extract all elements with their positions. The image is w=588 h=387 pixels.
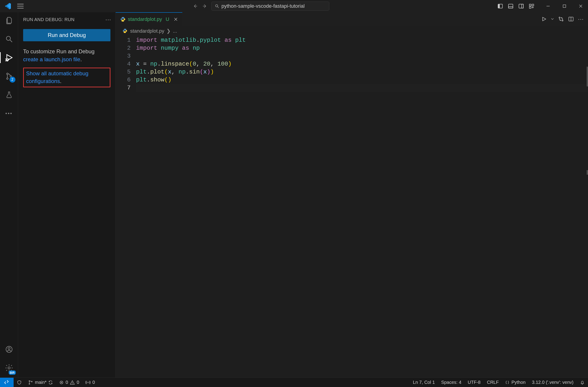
- split-horizontal-icon: [568, 16, 574, 22]
- layout-bottom-button[interactable]: [506, 1, 515, 11]
- title-bar: python-sample-vscode-fastapi-tutorial: [0, 0, 588, 12]
- ellipsis-icon: •••: [5, 110, 12, 116]
- svg-point-34: [559, 17, 560, 18]
- window-minimize-button[interactable]: [543, 1, 553, 11]
- status-encoding[interactable]: UTF-8: [465, 378, 484, 387]
- error-icon: [59, 380, 64, 385]
- status-notifications[interactable]: [577, 378, 588, 387]
- editor-scrollbar[interactable]: [584, 36, 588, 377]
- svg-rect-3: [498, 4, 500, 8]
- status-interpreter[interactable]: 3.12.0 ('.venv': venv): [529, 378, 577, 387]
- compare-changes-button[interactable]: [558, 16, 564, 22]
- breadcrumb-bar[interactable]: standardplot.py ❯ ...: [116, 26, 588, 36]
- window-close-button[interactable]: [575, 1, 586, 11]
- svg-point-45: [72, 383, 73, 384]
- svg-point-31: [124, 21, 124, 21]
- tab-close-button[interactable]: [174, 17, 178, 21]
- python-file-icon: [123, 28, 128, 34]
- svg-rect-6: [519, 4, 523, 8]
- activity-accounts[interactable]: [4, 344, 15, 355]
- minimize-icon: [546, 4, 550, 8]
- run-dropdown-button[interactable]: [551, 18, 554, 21]
- line-number-gutter: 1234567: [116, 36, 136, 377]
- chevron-down-icon: [551, 18, 554, 21]
- app-menu-button[interactable]: [16, 2, 25, 10]
- activity-source-control[interactable]: 2: [4, 71, 15, 82]
- shield-icon: [17, 380, 22, 385]
- run-file-button[interactable]: [541, 16, 547, 22]
- command-center-text: python-sample-vscode-fastapi-tutorial: [222, 3, 305, 9]
- customize-suffix: .: [80, 56, 82, 62]
- highlight-annotation: Show all automatic debug configurations.: [23, 68, 110, 87]
- layout-left-button[interactable]: [496, 1, 505, 11]
- svg-line-19: [10, 40, 12, 42]
- nav-back-button[interactable]: [191, 3, 199, 9]
- warning-count: 0: [77, 380, 79, 385]
- close-icon: [174, 17, 178, 21]
- customize-layout-button[interactable]: [527, 1, 536, 11]
- svg-line-21: [5, 59, 6, 59]
- show-all-suffix: .: [60, 78, 62, 84]
- customize-text: To customize Run and Debug create a laun…: [23, 48, 110, 64]
- overview-ruler-marker: [585, 170, 588, 175]
- status-cursor[interactable]: Ln 7, Col 1: [410, 378, 438, 387]
- breadcrumb-file[interactable]: standardplot.py: [130, 28, 164, 34]
- status-trusted[interactable]: [14, 378, 25, 387]
- command-center-search[interactable]: python-sample-vscode-fastapi-tutorial: [211, 1, 329, 11]
- status-language[interactable]: Python: [502, 378, 529, 387]
- sidebar-title: RUN AND DEBUG: RUN: [23, 17, 75, 22]
- activity-run-debug[interactable]: [4, 52, 15, 63]
- status-eol[interactable]: CRLF: [484, 378, 502, 387]
- code-editor[interactable]: 1234567 import matplotlib.pyplot as plti…: [116, 36, 588, 377]
- search-icon: [5, 35, 13, 43]
- svg-point-29: [8, 367, 10, 369]
- account-icon: [5, 345, 13, 353]
- search-icon: [215, 4, 219, 8]
- breadcrumb-tail[interactable]: ...: [173, 28, 177, 34]
- status-branch[interactable]: main*: [25, 378, 56, 387]
- split-editor-button[interactable]: [568, 16, 574, 22]
- tab-modified-indicator: U: [166, 16, 169, 22]
- status-indent[interactable]: Spaces: 4: [438, 378, 465, 387]
- show-all-configs-link[interactable]: Show all automatic debug configurations: [26, 70, 88, 84]
- activity-search[interactable]: [4, 34, 15, 44]
- overview-ruler-marker: [585, 67, 588, 86]
- nav-forward-button[interactable]: [201, 3, 209, 9]
- run-debug-sidebar: RUN AND DEBUG: RUN ··· Run and Debug To …: [18, 12, 116, 377]
- svg-rect-4: [508, 4, 513, 8]
- language-text: Python: [511, 380, 525, 385]
- hamburger-icon: [17, 4, 23, 8]
- layout-grid-icon: [529, 3, 534, 9]
- status-problems[interactable]: 0 0: [56, 378, 82, 387]
- code-content[interactable]: import matplotlib.pyplot as pltimport nu…: [136, 36, 588, 377]
- create-launch-json-link[interactable]: create a launch.json file: [23, 56, 80, 62]
- editor-tab-standardplot[interactable]: standardplot.py U: [116, 12, 182, 26]
- editor-more-button[interactable]: ···: [578, 16, 584, 22]
- source-control-badge: 2: [10, 77, 15, 83]
- svg-rect-5: [508, 7, 513, 8]
- svg-line-22: [5, 61, 6, 61]
- activity-testing[interactable]: [4, 89, 15, 100]
- remote-button[interactable]: [0, 378, 14, 387]
- window-maximize-button[interactable]: [559, 1, 570, 11]
- layout-right-button[interactable]: [516, 1, 526, 11]
- svg-point-25: [7, 78, 8, 79]
- beaker-icon: [5, 91, 13, 99]
- close-icon: [579, 4, 583, 8]
- remote-icon: [4, 380, 10, 386]
- status-ports[interactable]: 0: [82, 378, 98, 387]
- broadcast-icon: [85, 380, 90, 385]
- svg-rect-7: [522, 4, 523, 8]
- arrow-left-icon: [193, 4, 198, 9]
- activity-settings[interactable]: BR: [4, 363, 15, 373]
- svg-point-38: [29, 380, 30, 381]
- activity-explorer[interactable]: [4, 15, 15, 26]
- settings-badge: BR: [9, 370, 16, 375]
- run-and-debug-button[interactable]: Run and Debug: [23, 29, 110, 41]
- svg-rect-10: [529, 7, 531, 8]
- svg-rect-15: [563, 5, 566, 7]
- activity-more[interactable]: •••: [4, 108, 15, 119]
- python-file-icon: [120, 17, 126, 22]
- sidebar-more-button[interactable]: ···: [105, 16, 111, 23]
- chevron-right-icon: ❯: [167, 28, 170, 34]
